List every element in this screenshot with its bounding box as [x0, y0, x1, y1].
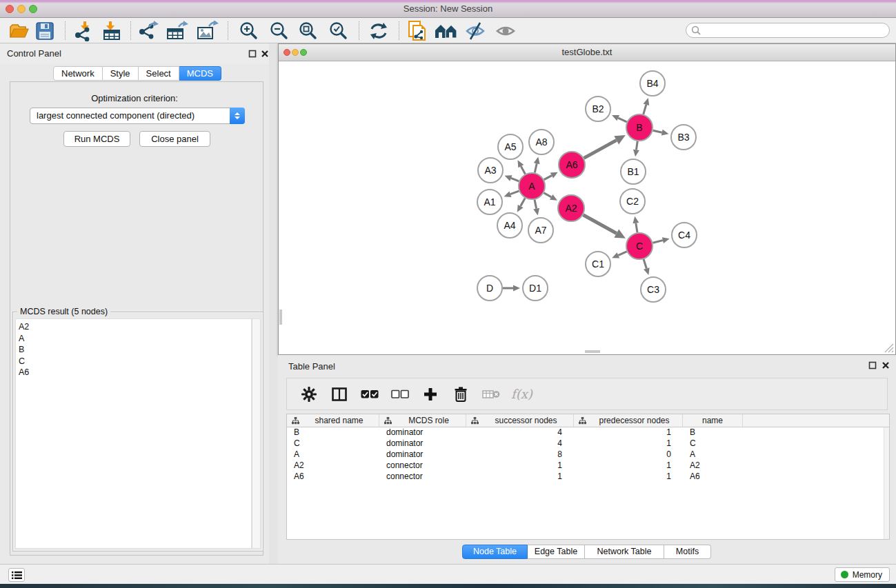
show-all-button[interactable] [494, 21, 517, 41]
tab-select[interactable]: Select [139, 66, 179, 81]
table-row[interactable]: Cdominator41C [287, 438, 889, 449]
select-all-columns-button[interactable] [359, 384, 380, 405]
tab-network[interactable]: Network [53, 66, 103, 81]
graph-node-D[interactable]: D [477, 276, 502, 301]
graph-node-C2[interactable]: C2 [620, 189, 645, 214]
graph-node-B2[interactable]: B2 [586, 97, 610, 121]
column-header-MCDS-role[interactable]: MCDS role [379, 414, 466, 427]
float-panel-icon[interactable] [868, 361, 877, 369]
new-network-from-selection-button[interactable] [406, 21, 429, 41]
mcds-result-item[interactable]: A6 [19, 367, 251, 378]
column-header-predecessor-nodes[interactable]: predecessor nodes [574, 414, 683, 427]
zoom-selected-button[interactable] [327, 21, 350, 41]
criterion-dropdown[interactable]: largest connected component (directed) [30, 108, 245, 124]
import-network-button[interactable] [71, 21, 94, 41]
mcds-result-item[interactable]: B [19, 344, 251, 356]
graph-edge-A-A4[interactable] [521, 198, 526, 206]
graph-node-B4[interactable]: B4 [640, 71, 665, 96]
canvas-horizontal-scroll-stub[interactable] [585, 350, 600, 353]
network-window-titlebar[interactable]: testGlobe.txt [279, 44, 895, 61]
create-column-button[interactable] [420, 384, 441, 405]
graph-node-C3[interactable]: C3 [641, 277, 666, 302]
graph-node-A8[interactable]: A8 [529, 130, 554, 154]
close-panel-button[interactable]: Close panel [139, 131, 210, 147]
graph-edge-A-A3[interactable] [511, 178, 519, 181]
graph-node-A5[interactable]: A5 [498, 134, 523, 159]
node-table-scrollbar[interactable] [884, 427, 889, 539]
graph-node-A[interactable]: A [519, 173, 545, 199]
graph-edge-A-A7[interactable] [535, 200, 537, 209]
column-header-shared-name[interactable]: shared name [287, 414, 379, 427]
float-panel-icon[interactable] [248, 50, 257, 58]
graph-node-C[interactable]: C [626, 233, 653, 259]
export-network-button[interactable] [137, 21, 160, 41]
delete-columns-button[interactable] [450, 384, 471, 405]
graph-edge-A-A6[interactable] [544, 176, 552, 180]
column-header-successor-nodes[interactable]: successor nodes [466, 414, 574, 427]
tab-style[interactable]: Style [103, 66, 139, 81]
tab-motifs[interactable]: Motifs [664, 545, 711, 559]
mcds-result-list[interactable]: A2ABCA6 [15, 318, 252, 549]
graph-edge-C-C4[interactable] [653, 241, 663, 243]
refresh-view-button[interactable] [367, 21, 390, 41]
canvas-vertical-scroll-stub[interactable] [279, 310, 282, 325]
graph-edge-C-C1[interactable] [618, 252, 626, 255]
graph-node-A6[interactable]: A6 [559, 152, 585, 178]
graph-edge-A-A8[interactable] [535, 163, 537, 172]
mcds-result-scrollbar[interactable] [252, 318, 261, 549]
table-row[interactable]: A2connector11A2 [287, 460, 889, 472]
open-session-button[interactable] [7, 21, 30, 41]
close-panel-icon[interactable] [882, 361, 890, 369]
table-row[interactable]: Bdominator41B [287, 427, 889, 438]
table-options-gear-button[interactable] [299, 384, 319, 405]
graph-node-D1[interactable]: D1 [523, 276, 548, 301]
graph-node-B[interactable]: B [626, 114, 653, 141]
mcds-result-item[interactable]: C [19, 356, 251, 367]
graph-node-B1[interactable]: B1 [621, 159, 646, 184]
function-builder-button[interactable]: f(x) [511, 387, 532, 401]
graph-edge-A-A1[interactable] [510, 191, 519, 194]
zoom-window-button[interactable] [29, 5, 37, 13]
graph-node-A4[interactable]: A4 [497, 213, 522, 238]
network-minimize-button[interactable] [292, 49, 299, 56]
zoom-fit-button[interactable] [297, 21, 320, 41]
close-window-button[interactable] [6, 5, 14, 13]
zoom-in-button[interactable] [237, 21, 261, 41]
save-session-button[interactable] [33, 21, 57, 41]
export-table-button[interactable] [166, 21, 189, 41]
unselect-all-columns-button[interactable] [390, 384, 410, 405]
graph-edge-A-A5[interactable] [521, 166, 525, 174]
show-panel-list-button[interactable] [8, 568, 25, 582]
search-input[interactable] [701, 24, 889, 37]
network-canvas[interactable]: B4B2BB3A5A8A6B1A3AA1C2A2A4A7C4CC1C3DD1 [279, 61, 895, 354]
delete-table-button[interactable] [481, 384, 501, 405]
zoom-out-button[interactable] [268, 21, 291, 41]
close-panel-icon[interactable] [261, 50, 269, 58]
resize-grip-icon[interactable] [884, 343, 894, 353]
graph-node-A3[interactable]: A3 [478, 158, 503, 183]
run-mcds-button[interactable]: Run MCDS [63, 131, 130, 147]
mcds-result-item[interactable]: A [19, 333, 251, 345]
column-header-name[interactable]: name [683, 414, 743, 427]
graph-edge-C-C3[interactable] [644, 259, 646, 268]
graph-node-A7[interactable]: A7 [528, 218, 553, 243]
graph-edge-B-B4[interactable] [644, 105, 646, 114]
memory-button[interactable]: Memory [835, 567, 890, 582]
hide-selected-button[interactable] [464, 21, 487, 41]
graph-edge-B-B1[interactable] [636, 141, 637, 150]
search-field[interactable] [686, 23, 890, 38]
graph-node-A1[interactable]: A1 [477, 190, 502, 214]
tab-node-table[interactable]: Node Table [462, 545, 528, 559]
graph-edge-A2-C[interactable] [583, 215, 616, 234]
graph-edge-A6-B[interactable] [584, 140, 617, 158]
network-zoom-button[interactable] [300, 49, 307, 56]
graph-node-A2[interactable]: A2 [558, 195, 584, 221]
show-columns-button[interactable] [329, 384, 350, 405]
import-table-button[interactable] [100, 21, 123, 41]
graph-edge-B-B3[interactable] [653, 130, 662, 132]
graph-edge-C-C2[interactable] [636, 223, 637, 233]
minimize-window-button[interactable] [17, 5, 26, 13]
graph-node-B3[interactable]: B3 [671, 125, 696, 150]
graph-edge-A-A2[interactable] [544, 193, 551, 197]
graph-node-C4[interactable]: C4 [672, 223, 697, 247]
